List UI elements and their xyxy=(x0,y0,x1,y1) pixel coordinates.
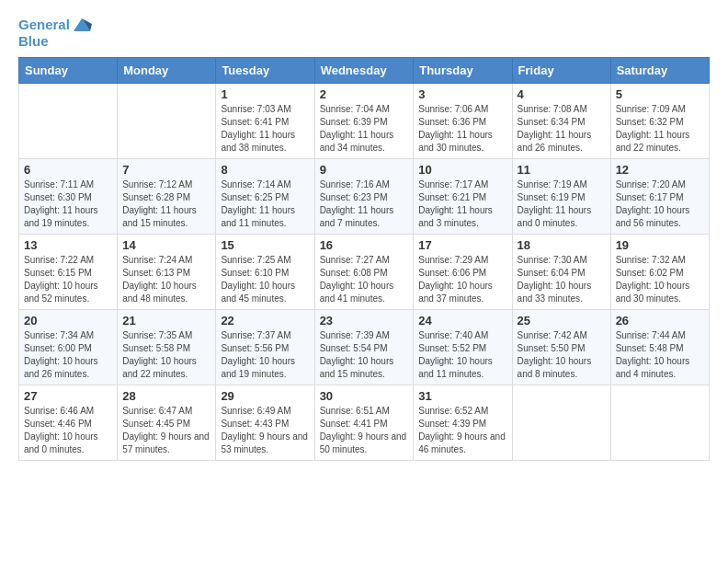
day-number: 16 xyxy=(320,238,409,252)
day-number: 9 xyxy=(320,163,409,177)
day-info: Sunrise: 7:22 AM Sunset: 6:15 PM Dayligh… xyxy=(24,254,112,305)
header-thursday: Thursday xyxy=(414,58,512,84)
calendar-cell: 1Sunrise: 7:03 AM Sunset: 6:41 PM Daylig… xyxy=(216,84,314,159)
day-info: Sunrise: 6:47 AM Sunset: 4:45 PM Dayligh… xyxy=(122,405,210,456)
day-info: Sunrise: 7:34 AM Sunset: 6:00 PM Dayligh… xyxy=(24,329,112,381)
day-info: Sunrise: 7:20 AM Sunset: 6:17 PM Dayligh… xyxy=(616,178,704,230)
calendar-week-row: 1Sunrise: 7:03 AM Sunset: 6:41 PM Daylig… xyxy=(19,84,710,159)
calendar-cell: 17Sunrise: 7:29 AM Sunset: 6:06 PM Dayli… xyxy=(414,235,512,310)
calendar-cell: 21Sunrise: 7:35 AM Sunset: 5:58 PM Dayli… xyxy=(118,310,216,385)
day-number: 8 xyxy=(221,163,309,177)
day-number: 27 xyxy=(24,389,112,403)
calendar-cell: 31Sunrise: 6:52 AM Sunset: 4:39 PM Dayli… xyxy=(414,385,512,461)
calendar-cell: 23Sunrise: 7:39 AM Sunset: 5:54 PM Dayli… xyxy=(314,310,414,385)
day-info: Sunrise: 7:14 AM Sunset: 6:25 PM Dayligh… xyxy=(221,178,309,230)
day-info: Sunrise: 7:24 AM Sunset: 6:13 PM Dayligh… xyxy=(122,254,210,305)
logo-icon xyxy=(72,15,92,35)
day-info: Sunrise: 7:27 AM Sunset: 6:08 PM Dayligh… xyxy=(320,254,409,305)
day-number: 21 xyxy=(122,314,210,327)
day-number: 15 xyxy=(221,238,309,252)
header-friday: Friday xyxy=(512,58,610,84)
day-number: 18 xyxy=(518,238,606,252)
calendar-cell: 3Sunrise: 7:06 AM Sunset: 6:36 PM Daylig… xyxy=(414,84,512,159)
day-number: 19 xyxy=(616,238,704,252)
day-number: 13 xyxy=(24,238,112,252)
day-number: 2 xyxy=(320,87,409,101)
day-info: Sunrise: 6:52 AM Sunset: 4:39 PM Dayligh… xyxy=(418,405,506,456)
day-info: Sunrise: 7:40 AM Sunset: 5:52 PM Dayligh… xyxy=(418,329,506,381)
calendar-cell: 11Sunrise: 7:19 AM Sunset: 6:19 PM Dayli… xyxy=(512,159,610,235)
calendar-cell: 6Sunrise: 7:11 AM Sunset: 6:30 PM Daylig… xyxy=(19,159,118,235)
day-number: 28 xyxy=(122,389,210,403)
calendar-cell: 9Sunrise: 7:16 AM Sunset: 6:23 PM Daylig… xyxy=(314,159,414,235)
logo: General Blue xyxy=(18,15,92,50)
day-info: Sunrise: 7:32 AM Sunset: 6:02 PM Dayligh… xyxy=(616,254,704,305)
day-number: 14 xyxy=(122,238,210,252)
day-number: 4 xyxy=(518,87,606,101)
day-number: 26 xyxy=(616,314,704,327)
calendar-cell: 27Sunrise: 6:46 AM Sunset: 4:46 PM Dayli… xyxy=(19,385,118,461)
calendar-cell: 26Sunrise: 7:44 AM Sunset: 5:48 PM Dayli… xyxy=(610,310,709,385)
day-info: Sunrise: 7:29 AM Sunset: 6:06 PM Dayligh… xyxy=(418,254,506,305)
day-number: 7 xyxy=(122,163,210,177)
day-info: Sunrise: 7:39 AM Sunset: 5:54 PM Dayligh… xyxy=(320,329,409,381)
day-info: Sunrise: 6:49 AM Sunset: 4:43 PM Dayligh… xyxy=(221,405,309,456)
day-number: 6 xyxy=(24,163,112,177)
day-number: 20 xyxy=(24,314,112,327)
day-info: Sunrise: 6:51 AM Sunset: 4:41 PM Dayligh… xyxy=(320,405,409,456)
day-number: 10 xyxy=(418,163,506,177)
day-info: Sunrise: 7:25 AM Sunset: 6:10 PM Dayligh… xyxy=(221,254,309,305)
day-info: Sunrise: 7:44 AM Sunset: 5:48 PM Dayligh… xyxy=(616,329,704,381)
day-info: Sunrise: 7:03 AM Sunset: 6:41 PM Dayligh… xyxy=(221,103,309,155)
header-monday: Monday xyxy=(118,58,216,84)
day-info: Sunrise: 7:42 AM Sunset: 5:50 PM Dayligh… xyxy=(518,329,606,381)
logo-text-general: General xyxy=(18,17,70,33)
day-number: 12 xyxy=(616,163,704,177)
calendar-cell: 30Sunrise: 6:51 AM Sunset: 4:41 PM Dayli… xyxy=(314,385,414,461)
day-number: 29 xyxy=(221,389,309,403)
day-info: Sunrise: 7:06 AM Sunset: 6:36 PM Dayligh… xyxy=(418,103,506,155)
calendar-cell: 8Sunrise: 7:14 AM Sunset: 6:25 PM Daylig… xyxy=(216,159,314,235)
day-number: 25 xyxy=(518,314,606,327)
calendar-week-row: 27Sunrise: 6:46 AM Sunset: 4:46 PM Dayli… xyxy=(19,385,710,461)
calendar-cell: 15Sunrise: 7:25 AM Sunset: 6:10 PM Dayli… xyxy=(216,235,314,310)
day-info: Sunrise: 7:19 AM Sunset: 6:19 PM Dayligh… xyxy=(518,178,606,230)
day-number: 3 xyxy=(418,87,506,101)
calendar-cell: 18Sunrise: 7:30 AM Sunset: 6:04 PM Dayli… xyxy=(512,235,610,310)
calendar-cell xyxy=(118,84,216,159)
day-info: Sunrise: 7:11 AM Sunset: 6:30 PM Dayligh… xyxy=(24,178,112,230)
day-number: 11 xyxy=(518,163,606,177)
calendar-header-row: SundayMondayTuesdayWednesdayThursdayFrid… xyxy=(19,58,710,84)
page-header: General Blue xyxy=(18,15,710,50)
day-info: Sunrise: 7:35 AM Sunset: 5:58 PM Dayligh… xyxy=(122,329,210,381)
calendar-cell: 22Sunrise: 7:37 AM Sunset: 5:56 PM Dayli… xyxy=(216,310,314,385)
calendar-cell xyxy=(512,385,610,461)
header-saturday: Saturday xyxy=(610,58,709,84)
calendar-week-row: 20Sunrise: 7:34 AM Sunset: 6:00 PM Dayli… xyxy=(19,310,710,385)
day-info: Sunrise: 7:30 AM Sunset: 6:04 PM Dayligh… xyxy=(518,254,606,305)
day-number: 1 xyxy=(221,87,309,101)
calendar-cell: 20Sunrise: 7:34 AM Sunset: 6:00 PM Dayli… xyxy=(19,310,118,385)
calendar-cell: 19Sunrise: 7:32 AM Sunset: 6:02 PM Dayli… xyxy=(610,235,709,310)
day-number: 31 xyxy=(418,389,506,403)
calendar-cell: 7Sunrise: 7:12 AM Sunset: 6:28 PM Daylig… xyxy=(118,159,216,235)
calendar-cell: 12Sunrise: 7:20 AM Sunset: 6:17 PM Dayli… xyxy=(610,159,709,235)
calendar-cell: 4Sunrise: 7:08 AM Sunset: 6:34 PM Daylig… xyxy=(512,84,610,159)
header-tuesday: Tuesday xyxy=(216,58,314,84)
day-info: Sunrise: 7:12 AM Sunset: 6:28 PM Dayligh… xyxy=(122,178,210,230)
calendar-cell: 25Sunrise: 7:42 AM Sunset: 5:50 PM Dayli… xyxy=(512,310,610,385)
calendar-week-row: 6Sunrise: 7:11 AM Sunset: 6:30 PM Daylig… xyxy=(19,159,710,235)
calendar-cell: 5Sunrise: 7:09 AM Sunset: 6:32 PM Daylig… xyxy=(610,84,709,159)
day-number: 24 xyxy=(418,314,506,327)
calendar-cell: 14Sunrise: 7:24 AM Sunset: 6:13 PM Dayli… xyxy=(118,235,216,310)
day-number: 5 xyxy=(616,87,704,101)
day-info: Sunrise: 7:04 AM Sunset: 6:39 PM Dayligh… xyxy=(320,103,409,155)
calendar-cell: 10Sunrise: 7:17 AM Sunset: 6:21 PM Dayli… xyxy=(414,159,512,235)
day-number: 17 xyxy=(418,238,506,252)
calendar-cell: 2Sunrise: 7:04 AM Sunset: 6:39 PM Daylig… xyxy=(314,84,414,159)
calendar-table: SundayMondayTuesdayWednesdayThursdayFrid… xyxy=(18,57,710,461)
logo-text-blue: Blue xyxy=(18,33,49,50)
calendar-cell: 16Sunrise: 7:27 AM Sunset: 6:08 PM Dayli… xyxy=(314,235,414,310)
day-info: Sunrise: 7:08 AM Sunset: 6:34 PM Dayligh… xyxy=(518,103,606,155)
calendar-cell: 24Sunrise: 7:40 AM Sunset: 5:52 PM Dayli… xyxy=(414,310,512,385)
